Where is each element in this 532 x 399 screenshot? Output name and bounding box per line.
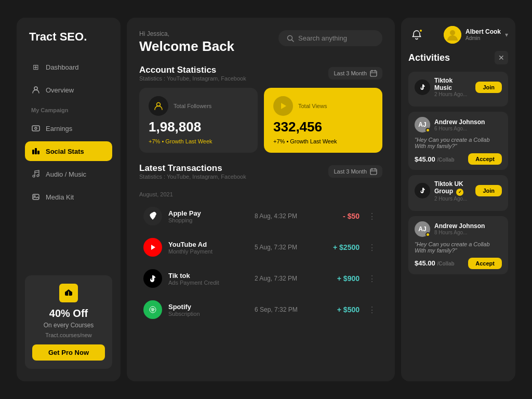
- promo-card: 40% Off On every Courses Tract.courses/n…: [25, 275, 112, 369]
- spotify-sub: Subscription: [168, 311, 248, 317]
- sidebar-item-audio-music[interactable]: Audio / Music: [25, 164, 112, 184]
- andrew-avatar-2: AJ: [415, 221, 430, 237]
- tiktok-uk-info: Tiktok UK Group ✓ 2 Hours Ago...: [434, 180, 471, 202]
- activity-tiktok-music: Tiktok Music 2 Hours Ago... Join: [408, 72, 508, 107]
- activities-header: Activities ✕: [408, 51, 508, 64]
- tiktok-music-join-button[interactable]: Join: [475, 82, 502, 93]
- andrew-message-1: "Hey Can you create a Collab With my fam…: [415, 137, 502, 149]
- tiktok-music-name: Tiktok Music: [434, 77, 471, 91]
- stats-subtitle: Statistics : YouTube, Instagram, Faceboo…: [139, 75, 246, 82]
- apple-pay-amount: - $50: [318, 212, 360, 220]
- followers-card: Total Followers 1,98,808 +7% • Growth La…: [139, 88, 258, 153]
- tiktok-music-icon: [415, 79, 430, 95]
- spotify-info: Spotify Subscription: [168, 303, 248, 317]
- andrew-price-1: $45.00 /Collab: [415, 155, 455, 163]
- sidebar-item-social-stats[interactable]: Social Stats: [25, 141, 112, 161]
- tx-title: Latest Transactions: [139, 163, 246, 174]
- spotify-name: Spotify: [168, 303, 248, 311]
- activity-andrew-1: AJ Andrew Johnson 6 Hours Ago... "Hey Ca…: [408, 112, 508, 170]
- transactions-section: Latest Transactions Statistics : YouTube…: [139, 163, 382, 369]
- svg-marker-26: [151, 245, 155, 250]
- spotify-more[interactable]: ⋮: [366, 305, 378, 315]
- andrew-time-2: 8 Hours Ago...: [434, 230, 485, 235]
- tx-section-header: Latest Transactions Statistics : YouTube…: [139, 163, 382, 180]
- andrew-accept-button-2[interactable]: Accept: [468, 258, 502, 269]
- user-profile[interactable]: Albert Cook Admin ▾: [444, 26, 508, 44]
- tiktok-uk-join-button[interactable]: Join: [475, 185, 502, 196]
- user-role: Admin: [466, 35, 501, 42]
- online-dot-2: [425, 232, 430, 237]
- main-content: Hi Jessica, Welcome Back Search anything…: [127, 18, 395, 381]
- andrew-price-2: $45.00 /Collab: [415, 259, 455, 267]
- tx-group-label: August, 2021: [139, 189, 382, 200]
- sidebar-item-dashboard[interactable]: ⊞ Dashboard: [25, 57, 112, 77]
- media-kit-icon: [31, 192, 41, 202]
- apple-pay-more[interactable]: ⋮: [366, 211, 378, 221]
- online-dot: [425, 128, 430, 132]
- views-growth: +7% • Growth Last Week: [273, 138, 373, 144]
- calendar-icon: [370, 70, 377, 77]
- stats-title: Account Statistics: [139, 65, 246, 75]
- svg-point-0: [34, 87, 37, 90]
- sidebar-item-media-kit[interactable]: Media Kit: [25, 187, 112, 207]
- andrew-info-2: Andrew Johnson 8 Hours Ago...: [434, 222, 485, 235]
- stats-section-header: Account Statistics Statistics : YouTube,…: [139, 65, 382, 82]
- table-row[interactable]: YouTube Ad Monthly Payment 5 Aug, 7:32 P…: [139, 233, 382, 262]
- sidebar-item-overview[interactable]: Overview: [25, 80, 112, 100]
- spotify-date: 6 Sep, 7:32 PM: [255, 306, 312, 313]
- youtube-ad-more[interactable]: ⋮: [366, 243, 378, 252]
- welcome-block: Hi Jessica, Welcome Back: [139, 30, 234, 55]
- sidebar-item-earnings[interactable]: Earnings: [25, 118, 112, 138]
- stats-period-badge: Last 3 Month: [328, 67, 382, 79]
- activity-top: AJ Andrew Johnson 6 Hours Ago...: [415, 117, 502, 132]
- tiktok-music-info: Tiktok Music 2 Hours Ago...: [434, 77, 471, 97]
- tiktok-tx-icon: [143, 269, 162, 288]
- activity-top: AJ Andrew Johnson 8 Hours Ago...: [415, 221, 502, 237]
- tx-period-badge: Last 3 Month: [328, 165, 382, 178]
- youtube-ad-date: 5 Aug, 7:32 PM: [255, 244, 312, 251]
- tiktok-uk-icon: [415, 183, 430, 198]
- search-placeholder: Search anything: [298, 34, 347, 42]
- andrew-accept-button-1[interactable]: Accept: [468, 153, 502, 165]
- svg-rect-22: [370, 169, 377, 175]
- main-header: Hi Jessica, Welcome Back Search anything: [139, 30, 382, 55]
- table-row[interactable]: Apple Pay Shopping 8 Aug, 4:32 PM - $50 …: [139, 202, 382, 231]
- apple-pay-icon: [143, 207, 162, 225]
- tx-title-block: Latest Transactions Statistics : YouTube…: [139, 163, 246, 180]
- bell-button[interactable]: [408, 26, 425, 43]
- overview-icon: [31, 85, 41, 95]
- youtube-ad-amount: + $2500: [318, 243, 360, 251]
- table-row[interactable]: Spotify Subscription 6 Sep, 7:32 PM + $5…: [139, 295, 382, 324]
- views-value: 332,456: [273, 119, 373, 135]
- svg-line-15: [292, 39, 294, 42]
- act-price-row-2: $45.00 /Collab Accept: [415, 258, 502, 269]
- youtube-ad-name: YouTube Ad: [168, 241, 248, 248]
- right-panel-header: Albert Cook Admin ▾: [408, 26, 508, 44]
- followers-card-top: Total Followers: [149, 96, 248, 116]
- close-button[interactable]: ✕: [495, 51, 508, 64]
- notification-dot: [419, 29, 423, 33]
- svg-point-11: [34, 195, 35, 197]
- apple-pay-info: Apple Pay Shopping: [168, 209, 248, 223]
- get-pro-button[interactable]: Get Pro Now: [32, 344, 105, 361]
- search-icon: [287, 35, 294, 42]
- andrew-message-2: "Hey Can you create a Collab With my fam…: [415, 241, 502, 254]
- apple-pay-name: Apple Pay: [168, 209, 248, 217]
- tiktok-music-time: 2 Hours Ago...: [434, 91, 471, 97]
- andrew-info-1: Andrew Johnson 6 Hours Ago...: [434, 118, 485, 131]
- views-card-top: Total Views: [273, 96, 373, 116]
- tiktok-tx-amount: + $900: [318, 274, 360, 283]
- table-row[interactable]: Tik tok Ads Payment Credit 2 Aug, 7:32 P…: [139, 264, 382, 293]
- activities-scroll: Tiktok Music 2 Hours Ago... Join AJ Andr…: [408, 72, 508, 373]
- svg-rect-4: [35, 148, 37, 154]
- account-statistics-section: Account Statistics Statistics : YouTube,…: [139, 65, 382, 163]
- right-panel: Albert Cook Admin ▾ Activities ✕: [401, 18, 515, 381]
- tiktok-tx-info: Tik tok Ads Payment Credit: [168, 272, 248, 286]
- tiktok-tx-more[interactable]: ⋮: [366, 274, 378, 284]
- search-bar[interactable]: Search anything: [278, 30, 382, 46]
- header-left: [408, 26, 425, 43]
- svg-rect-16: [370, 71, 377, 76]
- campaign-section-label: My Campaign: [25, 103, 112, 115]
- youtube-ad-info: YouTube Ad Monthly Payment: [168, 241, 248, 255]
- act-price-row-1: $45.00 /Collab Accept: [415, 153, 502, 165]
